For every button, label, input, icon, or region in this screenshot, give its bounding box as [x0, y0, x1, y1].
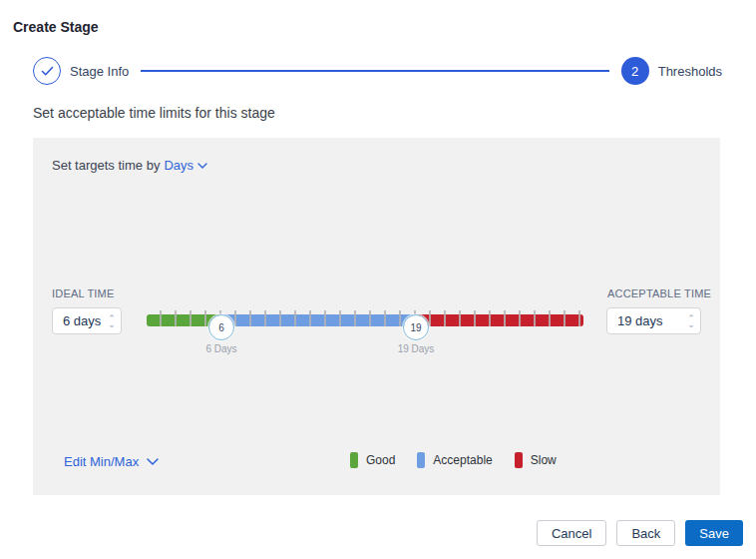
acceptable-time-input[interactable]: [607, 308, 682, 333]
acceptable-color-swatch: [417, 452, 425, 468]
legend-slow-label: Slow: [531, 453, 557, 467]
thresholds-panel: Set targets time by Days IDEAL TIME ⌃ ⌄ …: [33, 138, 720, 495]
chevron-down-icon: [147, 458, 159, 466]
step-stage-info-indicator[interactable]: [33, 57, 61, 85]
slider-legend: Good Acceptable Slow: [350, 452, 557, 468]
stepper: Stage Info 2 Thresholds: [33, 57, 722, 85]
acceptable-time-stepper: ⌃ ⌄: [606, 307, 701, 334]
chevron-down-icon: ⌄: [108, 321, 116, 327]
check-icon: [41, 66, 54, 77]
cancel-button[interactable]: Cancel: [537, 520, 606, 546]
target-unit-value: Days: [164, 158, 193, 173]
good-color-swatch: [350, 452, 358, 468]
legend-good-label: Good: [366, 453, 395, 467]
back-button[interactable]: Back: [616, 520, 675, 546]
legend-item-slow: Slow: [515, 452, 557, 468]
target-time-row: Set targets time by Days: [52, 158, 207, 173]
slider-handle-ideal[interactable]: 6: [208, 314, 234, 340]
legend-item-good: Good: [350, 452, 395, 468]
edit-minmax-toggle[interactable]: Edit Min/Max: [64, 454, 159, 469]
slider-handle-acceptable[interactable]: 19: [403, 314, 429, 340]
slider-handle-ideal-label: 6 Days: [191, 343, 251, 354]
step-thresholds-label: Thresholds: [658, 64, 722, 79]
step-thresholds-indicator[interactable]: 2: [621, 57, 649, 85]
target-time-prefix: Set targets time by: [52, 158, 160, 173]
time-threshold-slider: 6 19 6 Days 19 Days: [147, 307, 583, 347]
page-title: Create Stage: [13, 19, 99, 35]
ideal-time-spinner-arrows[interactable]: ⌃ ⌄: [103, 315, 121, 327]
ideal-time-stepper: ⌃ ⌄: [52, 307, 122, 334]
chevron-down-icon: ⌄: [687, 321, 695, 327]
stepper-connector-line: [141, 70, 608, 72]
slow-color-swatch: [515, 452, 523, 468]
ideal-time-input[interactable]: [53, 308, 103, 333]
chevron-down-icon: [197, 163, 207, 169]
step-number: 2: [631, 64, 638, 79]
acceptable-time-spinner-arrows[interactable]: ⌃ ⌄: [682, 315, 700, 327]
panel-subtitle: Set acceptable time limits for this stag…: [33, 105, 275, 121]
target-unit-dropdown[interactable]: Days: [164, 158, 207, 173]
step-stage-info-label: Stage Info: [70, 64, 129, 79]
edit-minmax-label: Edit Min/Max: [64, 454, 139, 469]
ideal-time-label: IDEAL TIME: [52, 287, 115, 299]
acceptable-time-label: ACCEPTABLE TIME: [607, 287, 711, 299]
legend-acceptable-label: Acceptable: [433, 453, 492, 467]
footer-actions: Cancel Back Save: [537, 520, 743, 546]
slider-handle-acceptable-label: 19 Days: [386, 343, 446, 354]
save-button[interactable]: Save: [685, 520, 743, 546]
legend-item-acceptable: Acceptable: [417, 452, 492, 468]
slider-track[interactable]: 6 19 6 Days 19 Days: [147, 314, 583, 326]
